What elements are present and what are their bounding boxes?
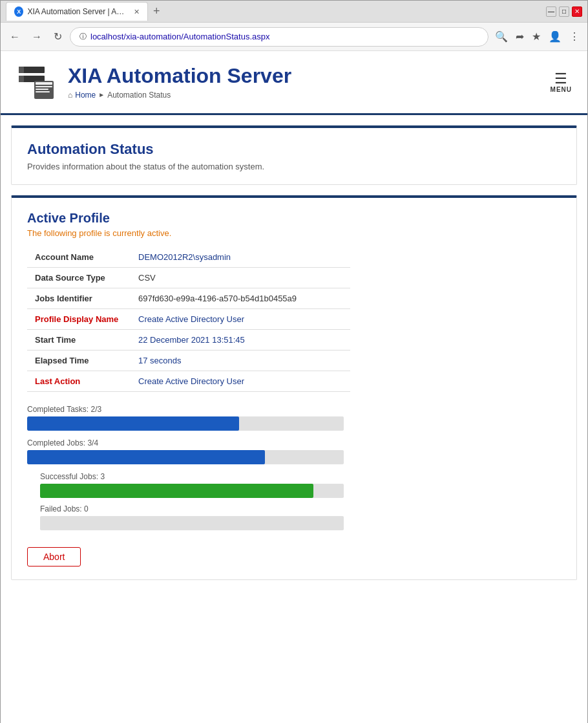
table-row: Start Time22 December 2021 13:51:45: [27, 330, 350, 351]
share-icon[interactable]: ➦: [513, 28, 527, 45]
table-cell-value: DEMO2012R2\sysadmin: [131, 247, 350, 268]
svg-rect-5: [36, 82, 52, 85]
breadcrumb-home-link[interactable]: Home: [75, 91, 96, 100]
breadcrumb: ⌂ Home ► Automation Status: [68, 91, 291, 100]
profile-icon[interactable]: 👤: [546, 28, 564, 45]
minimize-button[interactable]: —: [546, 6, 556, 17]
search-icon[interactable]: 🔍: [492, 28, 510, 45]
site-logo: [16, 61, 58, 103]
browser-titlebar: X XIA Automation Server | Automa ✕ + — □…: [1, 1, 587, 23]
site-header: XIA Automation Server ⌂ Home ► Automatio…: [1, 51, 587, 115]
table-row: Jobs Identifier697fd630-e99a-4196-a570-b…: [27, 288, 350, 309]
table-cell-value: 17 seconds: [131, 351, 350, 371]
site-title-block: XIA Automation Server ⌂ Home ► Automatio…: [68, 65, 291, 99]
completed-jobs-bar-fill: [27, 450, 265, 464]
successful-jobs-label: Successful Jobs: 3: [40, 472, 561, 481]
reload-button[interactable]: ↻: [50, 28, 66, 45]
table-cell-value: CSV: [131, 268, 350, 288]
back-button[interactable]: ←: [6, 28, 24, 45]
menu-icon[interactable]: ⋮: [567, 28, 582, 45]
menu-label: MENU: [551, 86, 572, 93]
svg-rect-6: [36, 86, 52, 87]
menu-button[interactable]: ☰ MENU: [551, 72, 572, 93]
active-profile-title: Active Profile: [27, 211, 561, 226]
forward-button[interactable]: →: [28, 28, 46, 45]
browser-window: X XIA Automation Server | Automa ✕ + — □…: [0, 0, 588, 723]
table-row: Account NameDEMO2012R2\sysadmin: [27, 247, 350, 268]
sub-progress-section: Successful Jobs: 3 Failed Jobs: 0: [40, 472, 561, 530]
automation-status-card: Automation Status Provides information a…: [11, 125, 577, 185]
profile-table: Account NameDEMO2012R2\sysadminData Sour…: [27, 247, 350, 392]
breadcrumb-current: Automation Status: [107, 91, 171, 100]
main-content: Automation Status Provides information a…: [1, 125, 587, 580]
browser-tab[interactable]: X XIA Automation Server | Automa ✕: [6, 2, 148, 21]
table-row: Last ActionCreate Active Directory User: [27, 371, 350, 392]
browser-toolbar: ← → ↻ ⓘ localhost/xia-automation/Automat…: [1, 23, 587, 51]
svg-rect-3: [19, 76, 24, 82]
breadcrumb-separator: ►: [98, 91, 105, 98]
active-profile-subtitle: The following profile is currently activ…: [27, 228, 561, 238]
table-row: Profile Display NameCreate Active Direct…: [27, 309, 350, 330]
bookmark-icon[interactable]: ★: [529, 28, 543, 45]
site-header-left: XIA Automation Server ⌂ Home ► Automatio…: [16, 61, 291, 103]
completed-jobs-bar-container: [27, 450, 344, 464]
active-profile-card: Active Profile The following profile is …: [11, 195, 577, 580]
window-controls: — □ ✕: [546, 6, 582, 17]
close-button[interactable]: ✕: [572, 6, 582, 17]
tab-title: XIA Automation Server | Automa: [27, 7, 127, 16]
url-text: localhost/xia-automation/AutomationStatu…: [90, 32, 479, 41]
table-cell-value: Create Active Directory User: [131, 371, 350, 392]
completed-tasks-bar-fill: [27, 416, 239, 431]
page-content: XIA Automation Server ⌂ Home ► Automatio…: [1, 51, 587, 723]
toolbar-icons: 🔍 ➦ ★ 👤 ⋮: [492, 28, 582, 45]
failed-jobs-label: Failed Jobs: 0: [40, 504, 561, 513]
completed-jobs-label: Completed Jobs: 3/4: [27, 438, 561, 448]
tab-favicon: X: [14, 6, 23, 17]
successful-jobs-bar-fill: [40, 484, 313, 498]
svg-rect-7: [36, 89, 48, 90]
tab-close-button[interactable]: ✕: [134, 8, 140, 16]
maximize-button[interactable]: □: [559, 6, 569, 17]
site-title: XIA Automation Server: [68, 65, 291, 87]
hamburger-icon: ☰: [551, 72, 572, 86]
table-row: Data Source TypeCSV: [27, 268, 350, 288]
svg-rect-8: [36, 91, 50, 92]
automation-status-title: Automation Status: [27, 141, 561, 158]
successful-jobs-bar-container: [40, 484, 344, 498]
completed-tasks-bar-container: [27, 416, 344, 431]
automation-status-description: Provides information about the status of…: [27, 162, 561, 171]
failed-jobs-bar-container: [40, 516, 344, 530]
table-row: Elapsed Time17 seconds: [27, 351, 350, 371]
completed-tasks-label: Completed Tasks: 2/3: [27, 405, 561, 414]
abort-button[interactable]: Abort: [27, 547, 81, 567]
address-bar[interactable]: ⓘ localhost/xia-automation/AutomationSta…: [70, 27, 488, 47]
progress-section: Completed Tasks: 2/3 Completed Jobs: 3/4…: [27, 405, 561, 530]
svg-rect-1: [19, 67, 24, 73]
new-tab-button[interactable]: +: [148, 5, 165, 18]
lock-icon: ⓘ: [79, 32, 87, 41]
table-cell-value: Create Active Directory User: [131, 309, 350, 330]
table-cell-value: 697fd630-e99a-4196-a570-b54d1b0455a9: [131, 288, 350, 309]
home-icon: ⌂: [68, 91, 72, 100]
table-cell-value: 22 December 2021 13:51:45: [131, 330, 350, 351]
